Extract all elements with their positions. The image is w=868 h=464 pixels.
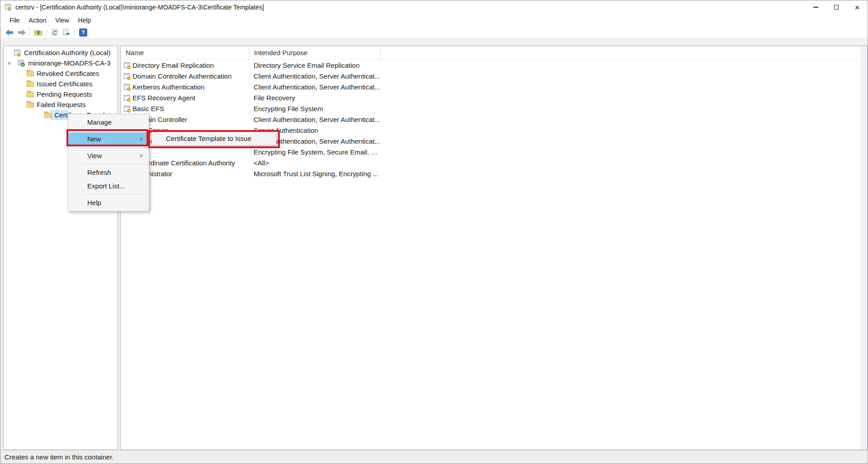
- template-purpose: Client Authentication, Server Authentica…: [249, 116, 381, 123]
- forward-button[interactable]: [15, 27, 27, 38]
- menu-view[interactable]: View: [51, 14, 73, 26]
- menu-separator: [68, 163, 149, 166]
- new-submenu: Certificate Template to Issue: [151, 131, 276, 145]
- tree-item-ca-node[interactable]: > miniorange-MOADFS-CA-3: [4, 58, 118, 68]
- close-icon: ×: [854, 3, 859, 12]
- tree-item-label: Pending Requests: [37, 90, 92, 98]
- window-title: certsrv - [Certification Authority (Loca…: [15, 4, 264, 11]
- menu-help[interactable]: Help: [74, 14, 96, 26]
- tree-item-pending-requests[interactable]: Pending Requests: [4, 89, 118, 99]
- tree-item-label: Failed Requests: [37, 101, 85, 108]
- context-menu-item-manage[interactable]: Manage: [68, 116, 149, 129]
- toolbar-separator: [75, 28, 75, 37]
- context-menu-item-new[interactable]: New>: [68, 132, 149, 146]
- template-purpose: Client Authentication, Server Authentica…: [249, 72, 381, 80]
- tree-item-label: Revoked Certificates: [37, 70, 99, 77]
- column-header-intended-purpose[interactable]: Intended Purpose: [249, 46, 381, 60]
- certificate-template-icon: [124, 62, 130, 68]
- context-menu: Manage New> View> Refresh Export List...…: [68, 114, 149, 211]
- table-row[interactable]: Administrator Microsoft Trust List Signi…: [121, 168, 867, 179]
- table-row[interactable]: User Encrypting File System, Secure Emai…: [121, 146, 867, 157]
- export-list-icon: [62, 28, 71, 36]
- refresh-icon: [51, 28, 59, 36]
- column-header-name[interactable]: Name: [121, 46, 249, 60]
- close-button[interactable]: ×: [847, 0, 868, 14]
- toolbar-separator: [29, 28, 30, 37]
- tree-item-label: miniorange-MOADFS-CA-3: [28, 59, 111, 67]
- context-menu-item-refresh[interactable]: Refresh: [68, 166, 149, 179]
- template-purpose: File Recovery: [249, 94, 381, 102]
- status-text: Creates a new item in this container.: [5, 453, 114, 461]
- submenu-chevron-icon: >: [139, 132, 143, 146]
- certificate-template-icon: [124, 73, 130, 79]
- folder-icon: [44, 113, 52, 118]
- template-purpose: Client Authentication, Server Authentica…: [249, 83, 381, 91]
- tree-item-issued-certificates[interactable]: Issued Certificates: [4, 79, 118, 89]
- template-purpose: Encrypting File System: [249, 105, 381, 112]
- vertical-scrollbar[interactable]: [861, 46, 867, 450]
- table-row[interactable]: Basic EFS Encrypting File System: [121, 103, 867, 114]
- menu-separator: [68, 146, 149, 149]
- table-row[interactable]: Subordinate Certification Authority <All…: [121, 157, 867, 168]
- back-button[interactable]: [4, 27, 15, 38]
- context-menu-item-help[interactable]: Help: [68, 196, 149, 210]
- template-name: Basic EFS: [132, 105, 164, 112]
- folder-icon: [27, 71, 34, 76]
- template-name: Directory Email Replication: [132, 61, 214, 69]
- help-button[interactable]: ?: [77, 27, 89, 38]
- template-name: Domain Controller Authentication: [132, 72, 231, 80]
- minimize-icon: [813, 7, 818, 8]
- menu-file[interactable]: File: [5, 14, 24, 26]
- ca-server-icon: [17, 59, 25, 67]
- chevron-down-icon[interactable]: >: [6, 61, 13, 66]
- context-menu-item-view[interactable]: View>: [68, 149, 149, 163]
- certification-authority-icon: [14, 49, 21, 56]
- menu-separator: [68, 129, 149, 132]
- up-one-level-button[interactable]: [32, 27, 44, 38]
- table-row[interactable]: Kerberos Authentication Client Authentic…: [121, 81, 867, 92]
- certsrv-window: certsrv - [Certification Authority (Loca…: [0, 0, 868, 464]
- status-bar: Creates a new item in this container.: [0, 450, 868, 464]
- template-purpose: Directory Service Email Replication: [249, 61, 381, 69]
- maximize-icon: [834, 5, 839, 9]
- menu-item-label: View: [87, 152, 102, 159]
- certificate-template-icon: [124, 106, 130, 112]
- export-list-button[interactable]: [61, 27, 72, 38]
- table-row[interactable]: EFS Recovery Agent File Recovery: [121, 92, 867, 103]
- title-bar: certsrv - [Certification Authority (Loca…: [0, 0, 868, 14]
- console-tree-pane: Certification Authority (Local) > minior…: [3, 46, 118, 450]
- tree-item-certification-authority[interactable]: Certification Authority (Local): [4, 47, 118, 58]
- menu-separator: [68, 193, 149, 196]
- template-name: Kerberos Authentication: [132, 83, 204, 91]
- refresh-button[interactable]: [49, 27, 61, 38]
- submenu-item-certificate-template-to-issue[interactable]: Certificate Template to Issue: [152, 132, 276, 145]
- table-row[interactable]: Directory Email Replication Directory Se…: [121, 60, 867, 70]
- template-purpose: <All>: [249, 159, 381, 167]
- menu-item-label: New: [87, 135, 101, 143]
- back-arrow-icon: [5, 29, 14, 36]
- menu-item-label: Help: [87, 199, 101, 206]
- tree-item-label: Certification Authority (Local): [24, 49, 111, 56]
- menu-item-label: Export List...: [87, 182, 125, 190]
- context-menu-item-export-list[interactable]: Export List...: [68, 179, 149, 193]
- template-purpose: Encrypting File System, Secure Email, Cl…: [249, 148, 381, 156]
- certsrv-app-icon: [5, 4, 12, 11]
- certificate-template-icon: [124, 95, 130, 101]
- table-row[interactable]: Domain Controller Authentication Client …: [121, 70, 867, 81]
- template-purpose: Microsoft Trust List Signing, Encrypting…: [249, 170, 381, 178]
- menu-action[interactable]: Action: [24, 14, 51, 26]
- tree-item-revoked-certificates[interactable]: Revoked Certificates: [4, 68, 118, 79]
- table-row[interactable]: Domain Controller Client Authentication,…: [121, 114, 867, 125]
- menu-item-label: Refresh: [87, 169, 111, 176]
- tree-item-label: Issued Certificates: [37, 80, 92, 88]
- minimize-button[interactable]: [805, 0, 826, 14]
- maximize-button[interactable]: [826, 0, 847, 14]
- menu-item-label: Manage: [87, 118, 112, 126]
- tree-item-failed-requests[interactable]: Failed Requests: [4, 99, 118, 110]
- template-list-pane: Name Intended Purpose Directory Email Re…: [120, 46, 868, 450]
- list-header: Name Intended Purpose: [121, 46, 867, 60]
- folder-up-icon: [34, 28, 42, 36]
- help-icon: ?: [79, 28, 87, 37]
- column-header-empty: [381, 46, 867, 60]
- toolbar-separator: [46, 28, 47, 37]
